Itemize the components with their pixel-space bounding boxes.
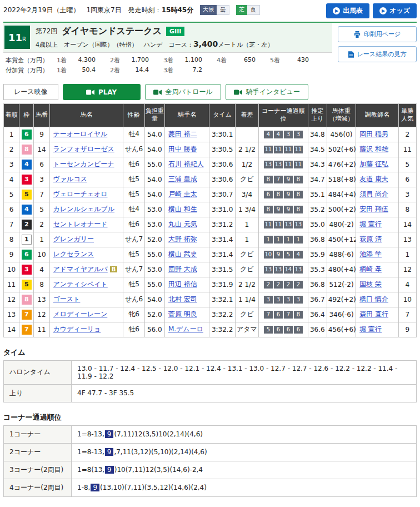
jockey-link[interactable]: 三浦 皇成 bbox=[168, 175, 197, 183]
horse-weight: 480(-2) bbox=[327, 217, 356, 232]
horse-number: 2 bbox=[34, 217, 49, 232]
horse-weight: 456(+6) bbox=[327, 322, 356, 337]
corner-position-4: 4 bbox=[294, 251, 303, 259]
last-furlongs-row: 上り 4F 47.7 - 3F 35.5 bbox=[4, 384, 417, 402]
horse-name-link[interactable]: グレンガリー bbox=[53, 235, 94, 243]
video-camera-icon bbox=[153, 90, 162, 95]
corner-order-row: 2コーナー 1=8-13,9,7,11(3,12)(5,10)(2,14)(4,… bbox=[4, 443, 417, 461]
trainer-link[interactable]: 萩原 清 bbox=[359, 235, 382, 243]
odds-button[interactable]: ▶ オッズ bbox=[373, 3, 417, 18]
carried-weight: 54.0 bbox=[144, 142, 164, 157]
sex-age: 牝6 bbox=[123, 307, 144, 322]
corner-positions: 11111313 bbox=[259, 217, 308, 232]
meeting-info: 1回東京7日 bbox=[86, 6, 121, 15]
play-video-button[interactable]: PLAY bbox=[63, 84, 141, 100]
sex-age: 牡5 bbox=[123, 247, 144, 262]
bracket-cell: 7 bbox=[19, 322, 34, 337]
horse-name-link[interactable]: セントレオナード bbox=[53, 220, 108, 228]
bracket-cell: 4 bbox=[19, 202, 34, 217]
corner-position-1: 4 bbox=[264, 131, 273, 138]
sex-age: 牡5 bbox=[123, 172, 144, 187]
horse-name-link[interactable]: アンティシペイト bbox=[53, 280, 108, 288]
trainer-link[interactable]: 加藤 征弘 bbox=[359, 160, 388, 168]
horse-number: 5 bbox=[34, 202, 49, 217]
horse-name-link[interactable]: メロディーレーン bbox=[53, 310, 108, 318]
trainer-cell: 池添 学 bbox=[356, 247, 399, 262]
trainer-link[interactable]: 須貝 尚介 bbox=[359, 190, 388, 198]
horse-name-link[interactable]: ヴァルコス bbox=[53, 175, 87, 183]
horse-number: 12 bbox=[34, 307, 49, 322]
horse-name-link[interactable]: ランフォザローゼス bbox=[53, 145, 114, 153]
bracket-cell: 5 bbox=[19, 187, 34, 202]
horse-name-link[interactable]: ゴースト bbox=[53, 295, 81, 303]
column-header: 騎手名 bbox=[164, 104, 209, 127]
trainer-link[interactable]: 国枝 栄 bbox=[359, 280, 382, 288]
result-guide-button[interactable]: レース結果の見方 bbox=[338, 46, 417, 62]
jockey-link[interactable]: 石川 裕紀人 bbox=[168, 160, 204, 168]
horse-name-link[interactable]: レクセランス bbox=[53, 250, 94, 258]
trainer-link[interactable]: 堀 宣行 bbox=[359, 220, 382, 228]
trainer-link[interactable]: 池添 学 bbox=[359, 250, 382, 258]
finish-time: 3:31.5 bbox=[209, 262, 235, 277]
trainer-link[interactable]: 橋口 慎介 bbox=[359, 295, 388, 303]
trainer-link[interactable]: 岡田 稲男 bbox=[359, 130, 388, 138]
jockey-link[interactable]: 菅原 明良 bbox=[168, 310, 197, 318]
trainer-link[interactable]: 安田 翔伍 bbox=[359, 205, 388, 213]
horse-name-link[interactable]: テーオーロイヤル bbox=[53, 130, 108, 138]
trainer-link[interactable]: 堀 宣行 bbox=[359, 325, 382, 333]
jockey-link[interactable]: 横山 武史 bbox=[168, 250, 197, 258]
jockey-link[interactable]: 大野 拓弥 bbox=[168, 235, 197, 243]
print-page-button[interactable]: 印刷用ページ bbox=[338, 26, 417, 42]
jockey-link[interactable]: 菱田 裕二 bbox=[168, 130, 197, 138]
result-row: 9 6 10 レクセランス 牡5 55.0 横山 武史 3:31.4 クビ 10… bbox=[4, 247, 417, 262]
jockey-link[interactable]: 戸崎 圭太 bbox=[168, 190, 197, 198]
jockey-link[interactable]: 丸山 元気 bbox=[168, 220, 197, 228]
prize-pair: 4着650 bbox=[217, 56, 270, 64]
entries-button[interactable]: ▶ 出馬表 bbox=[326, 3, 369, 18]
winner-number-highlight: 9 bbox=[91, 484, 99, 491]
result-row: 1 6 9 テーオーロイヤル 牡4 54.0 菱田 裕二 3:30.1 4433… bbox=[4, 127, 417, 142]
finish-position: 11 bbox=[4, 277, 19, 292]
horse-weight: 484(+4) bbox=[327, 187, 356, 202]
horse-name-link[interactable]: ヴェローチェオロ bbox=[53, 190, 108, 198]
race-date: 2022年2月19日（土曜） bbox=[3, 6, 79, 15]
horse-name-link[interactable]: トーセンカンビーナ bbox=[53, 160, 114, 168]
corner-position-3: 14 bbox=[284, 266, 293, 274]
trainer-link[interactable]: 藤沢 和雄 bbox=[359, 145, 388, 153]
corner-position-1: 11 bbox=[264, 146, 273, 153]
finish-position: 14 bbox=[4, 322, 19, 337]
horse-number: 7 bbox=[34, 187, 49, 202]
bracket-badge: 4 bbox=[22, 160, 32, 170]
sex-age: せん7 bbox=[123, 232, 144, 247]
sex-age: せん7 bbox=[123, 262, 144, 277]
finish-time: 3:30.7 bbox=[209, 187, 235, 202]
margin: クビ bbox=[235, 262, 258, 277]
patrol-video-button[interactable]: 全周パトロール bbox=[145, 84, 221, 100]
corner-order-value: 1=8-13,9,7,11(3,12)(5,10)(2,14)(4,6) bbox=[72, 443, 417, 461]
trainer-link[interactable]: 友道 康夫 bbox=[359, 175, 388, 183]
carried-weight: 53.0 bbox=[144, 217, 164, 232]
jockey-link[interactable]: 横山 和生 bbox=[168, 205, 197, 213]
jockey-link[interactable]: M.デムーロ bbox=[168, 325, 203, 333]
horse-name-link[interactable]: カウディーリョ bbox=[53, 325, 101, 333]
jockey-link[interactable]: 田辺 裕信 bbox=[168, 280, 197, 288]
win-popularity: 9 bbox=[398, 322, 416, 337]
trainer-link[interactable]: 森田 直行 bbox=[359, 310, 388, 318]
corner-position-2: 4 bbox=[274, 131, 283, 138]
jockey-link[interactable]: 北村 宏司 bbox=[168, 295, 197, 303]
jockey-link[interactable]: 田中 勝春 bbox=[168, 145, 197, 153]
weather-tag: 天候 曇 bbox=[200, 5, 229, 15]
jockey-link[interactable]: 団野 大成 bbox=[168, 265, 197, 273]
sex-age: せん6 bbox=[123, 142, 144, 157]
corner-positions: 7678 bbox=[259, 307, 308, 322]
corner-position-2: 9 bbox=[274, 206, 283, 213]
finish-time: 3:30.5 bbox=[209, 142, 235, 157]
horse-name-link[interactable]: アドマイヤアルバ bbox=[53, 265, 108, 273]
trainer-link[interactable]: 柄崎 孝 bbox=[359, 265, 382, 273]
horse-name-link[interactable]: カレンルシェルブル bbox=[53, 205, 115, 213]
carried-weight: 53.0 bbox=[144, 202, 164, 217]
finish-time: 3:31.9 bbox=[209, 277, 235, 292]
jockey-interview-button[interactable]: 騎手インタビュー bbox=[226, 84, 308, 100]
corner-position-3: 5 bbox=[284, 251, 293, 259]
result-row: 12 8 13 ゴースト せん6 54.0 北村 宏司 3:32.1 1 1/4… bbox=[4, 292, 417, 307]
